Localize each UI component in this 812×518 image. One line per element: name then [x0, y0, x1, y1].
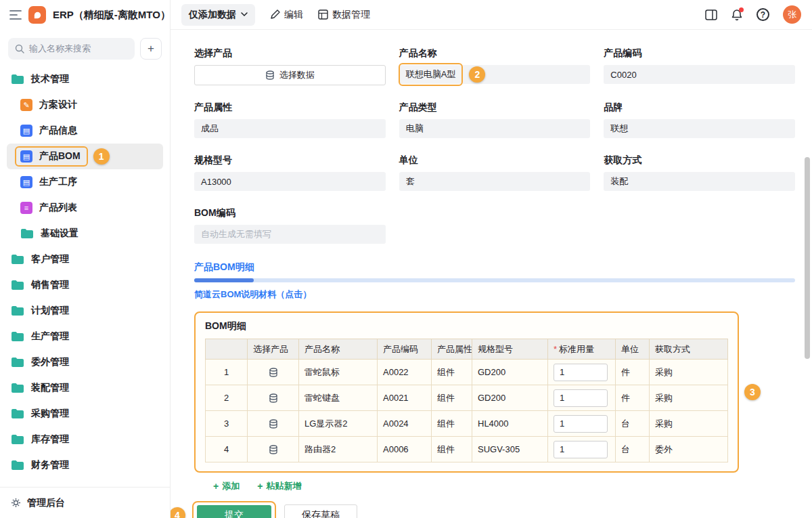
folder-icon: [11, 331, 24, 342]
app-title: ERP（精细版-离散MTO）......: [53, 9, 171, 22]
select-data-button[interactable]: 选择数据: [194, 65, 386, 85]
sidebar-item-sales-management[interactable]: 销售管理: [0, 272, 170, 298]
sidebar-item-label: 产品信息: [39, 125, 77, 137]
sidebar-item-product-bom[interactable]: ▤产品BOM1: [7, 144, 163, 169]
tab-product-bom-detail[interactable]: 产品BOM明细: [194, 261, 254, 272]
sidebar-item-label: 装配管理: [31, 382, 69, 394]
cell-product-code: A0006: [378, 437, 432, 462]
field-brand: 品牌 联想: [604, 102, 795, 138]
menu-toggle-icon[interactable]: [9, 10, 22, 20]
tab-track: [194, 278, 795, 282]
bom-col-header: 获取方式: [650, 339, 728, 360]
edit-button[interactable]: 编辑: [270, 9, 303, 21]
bom-table-row: 2雷蛇键盘A0021组件GD200件采购: [206, 385, 728, 411]
spec-model-input: A13000: [194, 172, 386, 191]
qty-input[interactable]: [554, 389, 608, 407]
form-icon: ≡: [20, 202, 32, 214]
save-draft-button[interactable]: 保存草稿: [284, 504, 357, 518]
acquire-method-input: 装配: [604, 172, 795, 191]
cell-product-name: 雷蛇键盘: [299, 385, 378, 411]
select-product-icon[interactable]: [269, 445, 278, 454]
sidebar-item-label: 客户管理: [31, 253, 69, 265]
cell-product-code: A0022: [378, 360, 432, 385]
cell-standard-qty: [548, 385, 616, 411]
unit-input: 套: [399, 172, 591, 191]
folder-icon: [11, 357, 24, 368]
cell-product-attr: 组件: [432, 385, 472, 411]
bom-code-input: 自动生成无需填写: [194, 225, 386, 244]
avatar[interactable]: 张: [783, 5, 801, 24]
add-row-link[interactable]: + 添加: [213, 480, 240, 492]
mode-dropdown[interactable]: 仅添加数据: [181, 4, 255, 26]
sidebar-item-plan-management[interactable]: 计划管理: [0, 298, 170, 324]
qty-input[interactable]: [554, 441, 608, 458]
topbar-left: ERP（精细版-离散MTO）......: [0, 0, 171, 30]
field-label: BOM编码: [194, 207, 386, 219]
cell-acquire-method: 委外: [650, 437, 728, 462]
sidebar-item-customer-management[interactable]: 客户管理: [0, 246, 170, 272]
main-content: 选择产品 选择数据 产品名称 联想电脑A型 2 产品编码 C0020: [171, 30, 812, 518]
product-name-input: 联想电脑A型 2: [399, 65, 591, 84]
sidebar-item-label: 委外管理: [31, 356, 69, 368]
app-logo-icon: [28, 6, 46, 24]
sidebar-item-product-list[interactable]: ≡产品列表: [0, 195, 170, 221]
sidebar-item-production-management[interactable]: 生产管理: [0, 324, 170, 349]
scrollbar-thumb[interactable]: [805, 157, 810, 359]
select-data-label: 选择数据: [279, 69, 315, 81]
admin-backend-button[interactable]: 管理后台: [0, 487, 170, 518]
folder-icon: [11, 254, 24, 265]
field-select-product: 选择产品 选择数据: [194, 47, 386, 85]
cell-product-attr: 组件: [432, 411, 472, 437]
topbar-main: 仅添加数据 编辑 数据管理 ? 张: [171, 0, 812, 30]
bom-doc-link[interactable]: 简道云BOM说明材料（点击）: [194, 288, 311, 301]
field-label: 产品属性: [194, 102, 386, 114]
select-product-icon[interactable]: [269, 368, 278, 377]
sidebar-item-product-info[interactable]: ▤产品信息: [0, 118, 170, 144]
qty-input[interactable]: [554, 364, 608, 381]
sidebar-item-assembly-management[interactable]: 装配管理: [0, 375, 170, 401]
sidebar-item-tech-management[interactable]: 技术管理: [0, 66, 170, 92]
paste-add-link[interactable]: + 粘贴新增: [257, 480, 301, 492]
data-manage-button[interactable]: 数据管理: [318, 9, 370, 21]
cell-select-product: [248, 437, 299, 462]
bom-col-header: 产品名称: [299, 339, 378, 360]
help-icon[interactable]: ?: [757, 8, 769, 21]
select-product-icon[interactable]: [269, 393, 278, 403]
callout-badge-4: 4: [171, 507, 185, 518]
search-input[interactable]: 输入名称来搜索: [8, 38, 135, 60]
grid-icon: [318, 9, 328, 20]
bom-col-header: 产品属性: [432, 339, 472, 360]
callout-badge-3: 3: [744, 384, 761, 400]
sidebar-item-outsourcing-management[interactable]: 委外管理: [0, 349, 170, 375]
mode-dropdown-label: 仅添加数据: [189, 9, 236, 21]
sidebar-search-row: 输入名称来搜索 +: [0, 37, 170, 66]
plus-icon: +: [213, 481, 219, 492]
search-placeholder: 输入名称来搜索: [29, 43, 91, 55]
folder-icon: [20, 228, 34, 239]
sidebar-item-inventory-management[interactable]: 库存管理: [0, 427, 170, 452]
bom-col-header: 规格型号: [472, 339, 548, 360]
notifications-icon[interactable]: [731, 9, 743, 21]
sidebar-item-label: 生产工序: [39, 176, 77, 188]
folder-icon: [11, 408, 24, 419]
panel-toggle-icon[interactable]: [705, 9, 717, 20]
bom-table-row: 3LG显示器2A0024组件HL4000台采购: [206, 411, 728, 437]
bom-table-row: 4路由器2A0006组件SUGV-305台委外: [206, 437, 728, 462]
sidebar-item-purchase-management[interactable]: 采购管理: [0, 401, 170, 427]
field-label: 产品类型: [399, 102, 591, 114]
field-product-attr: 产品属性 成品: [194, 102, 386, 138]
select-product-icon[interactable]: [269, 419, 278, 429]
qty-input[interactable]: [554, 415, 608, 433]
admin-backend-label: 管理后台: [27, 497, 65, 509]
sidebar-item-production-process[interactable]: ▤生产工序: [0, 169, 170, 195]
folder-icon: [11, 305, 24, 316]
submit-button[interactable]: 提交: [197, 505, 271, 518]
sidebar-item-finance-management[interactable]: 财务管理: [0, 452, 170, 478]
sidebar-item-basic-settings[interactable]: 基础设置: [0, 221, 170, 246]
folder-icon: [11, 280, 24, 290]
sidebar-item-scheme-design[interactable]: ✎方案设计: [0, 92, 170, 118]
row-index: 2: [206, 385, 248, 411]
cell-spec-model: SUGV-305: [472, 437, 548, 462]
sidebar-item-label: 产品BOM: [39, 150, 81, 163]
add-app-button[interactable]: +: [140, 38, 162, 60]
